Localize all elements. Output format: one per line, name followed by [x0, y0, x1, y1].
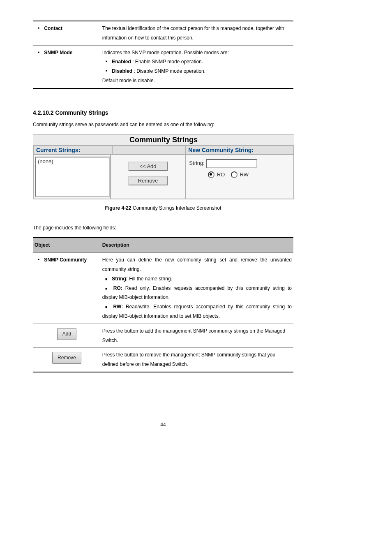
- row1-label: Contact: [44, 25, 62, 31]
- bullet-square-icon: ■: [102, 304, 111, 311]
- fields-table: Object Description • SNMP Community Here…: [33, 237, 293, 372]
- section-intro: Community strings serve as passwords and…: [33, 120, 293, 130]
- rw-radio[interactable]: [231, 171, 238, 178]
- bullet-dot-icon: •: [35, 24, 43, 33]
- string-val: Fill the name string.: [129, 276, 172, 282]
- ro-val: Read only. Enables requests accompanied …: [102, 285, 292, 301]
- figure-caption: Figure 4-22 Community Strings Interface …: [33, 205, 293, 211]
- string-input[interactable]: [206, 159, 257, 168]
- remove-button[interactable]: Remove: [128, 176, 168, 185]
- remove-desc: Press the button to remove the managemen…: [101, 348, 293, 372]
- bullet-dot-icon: •: [35, 48, 43, 58]
- row2-label: SNMP Mode: [44, 50, 72, 56]
- ro-label: RO: [217, 171, 225, 178]
- row2-opt2-val: : Disable SNMP mode operation.: [134, 68, 206, 74]
- rw-val: Read/write. Enables requests accompanied…: [102, 304, 292, 319]
- row2-opt1-val: : Enable SNMP mode operation.: [132, 59, 203, 65]
- bullet-square-icon: ■: [102, 276, 111, 283]
- ro-key: RO:: [113, 285, 122, 291]
- string-key: String:: [112, 276, 128, 282]
- section-heading: 4.2.10.2 Community Strings: [33, 109, 293, 116]
- col-object: Object: [33, 238, 101, 252]
- page-number: 44: [33, 422, 293, 428]
- rw-label: RW: [240, 171, 249, 178]
- ro-radio[interactable]: [208, 171, 214, 178]
- snmp-community-desc: Here you can define the new community st…: [102, 255, 292, 274]
- list-value: (none): [38, 158, 53, 164]
- figure-text: Community Strings Interface Screenshot: [133, 205, 221, 211]
- row2-opt1-key: Enabled: [112, 59, 131, 65]
- row2-opt2-key: Disabled: [112, 68, 132, 74]
- col-description: Description: [101, 238, 293, 252]
- current-strings-header: Current Strings:: [33, 146, 112, 155]
- row2-intro: Indicates the SNMP mode operation. Possi…: [102, 48, 292, 58]
- rw-key: RW:: [113, 304, 123, 310]
- community-strings-screenshot: Community Strings Current Strings: New C…: [33, 134, 294, 199]
- row1-desc: The textual identification of the contac…: [101, 21, 293, 45]
- row2-default: Default mode is disable.: [102, 76, 292, 86]
- figure-label: Figure 4-22: [105, 205, 131, 211]
- bullet-dot-icon: •: [35, 255, 43, 265]
- add-button[interactable]: << Add: [128, 162, 168, 171]
- new-string-header: New Community String:: [185, 146, 294, 155]
- remove-button-depicted: Remove: [52, 352, 81, 364]
- string-label: String:: [189, 160, 205, 166]
- snmp-community-label: SNMP Community: [44, 257, 87, 263]
- screenshot-title: Community Strings: [33, 135, 294, 146]
- fields-intro: The page includes the following fields:: [33, 223, 293, 233]
- bullet-square-icon: ■: [102, 285, 111, 292]
- add-desc: Press the button to add the management S…: [101, 324, 293, 348]
- current-strings-listbox[interactable]: (none): [35, 157, 110, 197]
- bullet-dot-icon: •: [102, 67, 111, 76]
- top-objects-table: • Contact The textual identification of …: [33, 21, 293, 89]
- add-button-depicted: Add: [57, 328, 76, 340]
- bullet-dot-icon: •: [102, 57, 111, 67]
